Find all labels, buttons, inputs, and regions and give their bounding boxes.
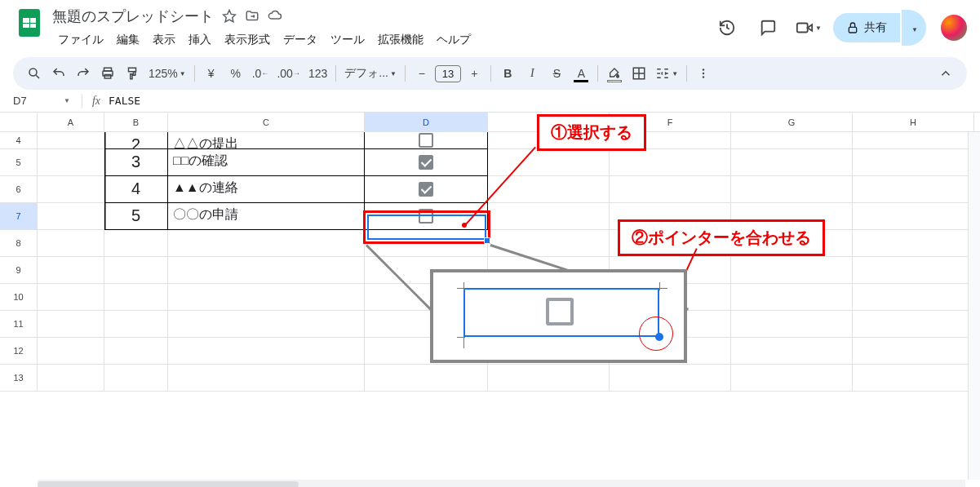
cell-G12[interactable] bbox=[731, 338, 853, 365]
more-formats[interactable]: 123 bbox=[305, 62, 330, 85]
font-size-increase[interactable]: + bbox=[463, 62, 486, 85]
col-header-B[interactable]: B bbox=[104, 113, 168, 131]
cell-G4[interactable] bbox=[731, 132, 853, 149]
cell-A9[interactable] bbox=[38, 257, 104, 284]
cell-B9[interactable] bbox=[104, 257, 168, 284]
cell-A8[interactable] bbox=[38, 230, 104, 257]
formula-bar[interactable]: FALSE bbox=[105, 95, 980, 107]
menu-edit[interactable]: 編集 bbox=[111, 29, 145, 51]
cell-B10[interactable] bbox=[104, 284, 168, 311]
row-header-9[interactable]: 9 bbox=[0, 257, 38, 284]
cell-A13[interactable] bbox=[38, 365, 104, 392]
row-header-10[interactable]: 10 bbox=[0, 284, 38, 311]
cell-H5[interactable] bbox=[853, 149, 974, 176]
font-size-decrease[interactable]: − bbox=[410, 62, 433, 85]
format-currency[interactable]: ¥ bbox=[200, 62, 223, 85]
col-header-G[interactable]: G bbox=[731, 113, 853, 131]
cell-B11[interactable] bbox=[104, 311, 168, 338]
cell-H13[interactable] bbox=[853, 365, 974, 392]
cell-G13[interactable] bbox=[731, 365, 853, 392]
merge-cells-button[interactable]: ▼ bbox=[652, 62, 681, 85]
cell-C10[interactable] bbox=[168, 284, 365, 311]
comments-icon[interactable] bbox=[752, 11, 784, 44]
decrease-decimal[interactable]: .0← bbox=[249, 62, 273, 85]
cell-E13[interactable] bbox=[488, 365, 610, 392]
font-size-input[interactable]: 13 bbox=[435, 65, 461, 82]
cell-B8[interactable] bbox=[104, 230, 168, 257]
col-header-D[interactable]: D bbox=[365, 113, 488, 131]
select-all-corner[interactable] bbox=[0, 113, 38, 131]
cell-E7[interactable] bbox=[488, 203, 610, 230]
cell-F6[interactable] bbox=[610, 176, 731, 203]
cell-C4[interactable]: △△の提出 bbox=[168, 132, 365, 149]
cell-B6[interactable]: 4 bbox=[104, 176, 168, 203]
strikethrough-button[interactable]: S bbox=[545, 62, 568, 85]
cell-G10[interactable] bbox=[731, 284, 853, 311]
row-header-12[interactable]: 12 bbox=[0, 338, 38, 365]
row-header-5[interactable]: 5 bbox=[0, 149, 38, 176]
move-folder-icon[interactable] bbox=[245, 9, 259, 24]
cell-D7[interactable] bbox=[365, 203, 488, 230]
cell-A4[interactable] bbox=[38, 132, 104, 149]
format-percent[interactable]: % bbox=[224, 62, 247, 85]
cell-C5[interactable]: □□の確認 bbox=[168, 149, 365, 176]
cell-G11[interactable] bbox=[731, 311, 853, 338]
share-dropdown[interactable]: ▼ bbox=[902, 10, 926, 46]
menu-file[interactable]: ファイル bbox=[52, 29, 109, 51]
cell-H9[interactable] bbox=[853, 257, 974, 284]
cell-D6[interactable] bbox=[365, 176, 488, 203]
menu-insert[interactable]: 挿入 bbox=[183, 29, 217, 51]
cell-B5[interactable]: 3 bbox=[104, 149, 168, 176]
menu-tools[interactable]: ツール bbox=[325, 29, 370, 51]
cell-F13[interactable] bbox=[610, 365, 731, 392]
collapse-toolbar-icon[interactable] bbox=[934, 62, 957, 85]
spreadsheet-grid[interactable]: ABCDEFGH 42△△の提出53□□の確認64▲▲の連絡75〇〇の申請891… bbox=[0, 113, 980, 487]
horizontal-scrollbar[interactable] bbox=[38, 480, 965, 487]
menu-format[interactable]: 表示形式 bbox=[219, 29, 276, 51]
font-family-dropdown[interactable]: デフォ...▼ bbox=[341, 62, 400, 85]
doc-title[interactable]: 無題のスプレッドシート bbox=[52, 7, 214, 26]
menu-view[interactable]: 表示 bbox=[147, 29, 181, 51]
cell-A5[interactable] bbox=[38, 149, 104, 176]
cell-E8[interactable] bbox=[488, 230, 610, 257]
col-header-H[interactable]: H bbox=[853, 113, 974, 131]
cell-D5[interactable] bbox=[365, 149, 488, 176]
cell-H12[interactable] bbox=[853, 338, 974, 365]
row-header-11[interactable]: 11 bbox=[0, 311, 38, 338]
cell-A7[interactable] bbox=[38, 203, 104, 230]
cell-H11[interactable] bbox=[853, 311, 974, 338]
menu-data[interactable]: データ bbox=[277, 29, 323, 51]
account-avatar[interactable] bbox=[941, 15, 967, 41]
menu-help[interactable]: ヘルプ bbox=[431, 29, 477, 51]
cloud-status-icon[interactable] bbox=[268, 9, 282, 24]
cell-C12[interactable] bbox=[168, 338, 365, 365]
paint-format-icon[interactable] bbox=[121, 62, 144, 85]
fill-color-button[interactable] bbox=[603, 62, 626, 85]
vertical-scrollbar[interactable] bbox=[968, 132, 980, 480]
row-header-4[interactable]: 4 bbox=[0, 132, 38, 149]
sheets-logo[interactable] bbox=[13, 7, 46, 39]
cell-B13[interactable] bbox=[104, 365, 168, 392]
cell-A12[interactable] bbox=[38, 338, 104, 365]
history-icon[interactable] bbox=[711, 11, 743, 44]
name-box-dropdown[interactable]: ▼ bbox=[57, 97, 77, 104]
row-header-13[interactable]: 13 bbox=[0, 365, 38, 392]
cell-A11[interactable] bbox=[38, 311, 104, 338]
borders-button[interactable] bbox=[627, 62, 650, 85]
cell-C7[interactable]: 〇〇の申請 bbox=[168, 203, 365, 230]
row-header-8[interactable]: 8 bbox=[0, 230, 38, 257]
col-header-A[interactable]: A bbox=[38, 113, 104, 131]
fill-handle[interactable] bbox=[484, 237, 490, 244]
row-header-6[interactable]: 6 bbox=[0, 176, 38, 203]
cell-C9[interactable] bbox=[168, 257, 365, 284]
cell-B7[interactable]: 5 bbox=[104, 203, 168, 230]
cell-C13[interactable] bbox=[168, 365, 365, 392]
cell-B4[interactable]: 2 bbox=[104, 132, 168, 149]
menu-extensions[interactable]: 拡張機能 bbox=[372, 29, 429, 51]
cell-F5[interactable] bbox=[610, 149, 731, 176]
bold-button[interactable]: B bbox=[496, 62, 519, 85]
meet-icon[interactable]: ▼ bbox=[792, 11, 825, 44]
cell-D8[interactable] bbox=[365, 230, 488, 257]
cell-C11[interactable] bbox=[168, 311, 365, 338]
cell-C8[interactable] bbox=[168, 230, 365, 257]
